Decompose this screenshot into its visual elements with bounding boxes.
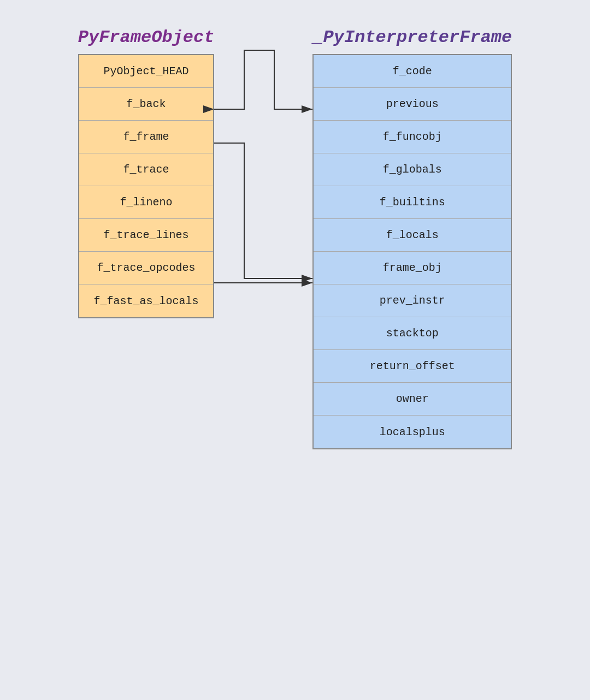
diagram-container: PyFrameObject PyObject_HEADf_backf_frame… [78,27,512,449]
left-cell-5: f_trace_lines [79,219,214,252]
right-cell-9: return_offset [314,350,511,383]
left-cell-3: f_trace [79,153,214,186]
left-cell-0: PyObject_HEAD [79,55,214,88]
right-cell-11: localsplus [314,416,511,448]
left-cell-2: f_frame [79,121,214,153]
right-cell-0: f_code [314,55,511,88]
connector-svg [214,58,312,550]
left-cell-6: f_trace_opcodes [79,252,214,284]
right-cell-5: f_locals [314,219,511,252]
right-cell-8: stacktop [314,317,511,350]
left-struct-title: PyFrameObject [78,27,215,48]
right-struct-title: _PyInterpreterFrame [312,27,512,48]
right-cell-2: f_funcobj [314,121,511,153]
left-cell-7: f_fast_as_locals [79,284,214,317]
right-struct-cells: f_codepreviousf_funcobjf_globalsf_builti… [312,54,512,449]
right-cell-3: f_globals [314,153,511,186]
right-cell-6: frame_obj [314,252,511,284]
left-struct-cells: PyObject_HEADf_backf_framef_tracef_linen… [78,54,215,318]
right-cell-7: prev_instr [314,284,511,317]
right-cell-10: owner [314,383,511,416]
right-cell-4: f_builtins [314,186,511,219]
left-struct: PyFrameObject PyObject_HEADf_backf_frame… [78,27,215,318]
left-cell-4: f_lineno [79,186,214,219]
left-cell-1: f_back [79,88,214,121]
right-cell-1: previous [314,88,511,121]
right-struct: _PyInterpreterFrame f_codepreviousf_func… [312,27,512,449]
